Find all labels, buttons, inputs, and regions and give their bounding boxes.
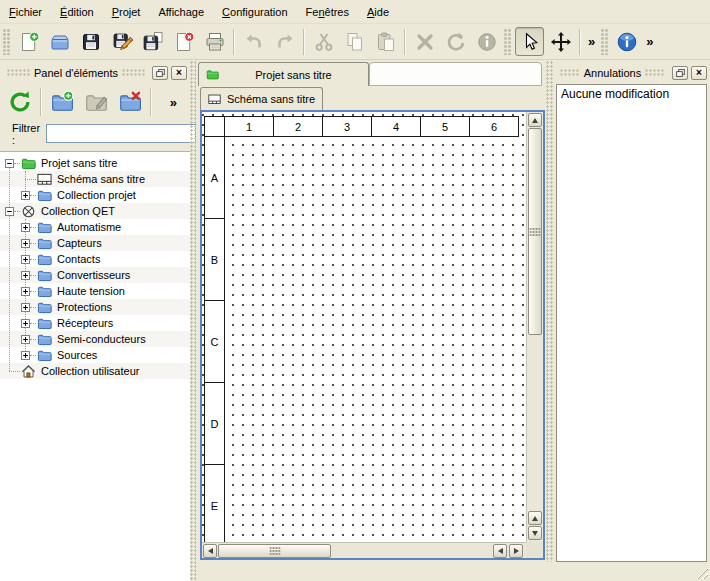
print-button[interactable] xyxy=(200,27,229,56)
expand-expander-icon[interactable] xyxy=(21,351,30,360)
move-tool-button[interactable] xyxy=(546,27,575,56)
tree-item-recepteurs[interactable]: Récepteurs xyxy=(0,315,190,331)
tree-item-label: Collection utilisateur xyxy=(41,365,139,377)
collapse-expander-icon[interactable] xyxy=(5,207,14,216)
elements-tree: Projet sans titreSchéma sans titreCollec… xyxy=(0,151,190,581)
scroll-up-button-bottom[interactable] xyxy=(528,511,542,525)
tab-schema[interactable]: Schéma sans titre xyxy=(200,87,323,110)
tree-item-contacts[interactable]: Contacts xyxy=(0,251,190,267)
expand-expander-icon[interactable] xyxy=(21,239,30,248)
dock-close-button[interactable]: × xyxy=(691,66,707,80)
open-document-icon xyxy=(49,31,71,53)
toolbar-overflow-button[interactable]: » xyxy=(642,34,657,49)
copy-button xyxy=(340,27,369,56)
toolbar-separator xyxy=(150,88,152,116)
reload-collections-button[interactable] xyxy=(4,86,36,118)
save-all-button[interactable] xyxy=(138,27,167,56)
about-info-button[interactable] xyxy=(612,27,641,56)
tab-project[interactable]: Projet sans titre xyxy=(198,62,369,86)
application-window: { "menubar": { "items": [ {"label": "Fic… xyxy=(0,0,710,581)
elements-panel-titlebar[interactable]: Panel d'éléments × xyxy=(3,63,187,82)
delete-category-button[interactable] xyxy=(114,86,146,118)
schema-horizontal-scrollbar[interactable] xyxy=(202,542,526,558)
toolbar-drag-handle[interactable] xyxy=(601,29,609,55)
toolbar-overflow-button[interactable]: » xyxy=(584,34,599,49)
right-dock-splitter[interactable] xyxy=(546,61,553,562)
folder-icon xyxy=(37,284,52,299)
undo-list-item[interactable]: Aucune modification xyxy=(557,85,706,103)
new-document-button[interactable] xyxy=(14,27,43,56)
menu-fenetres[interactable]: Fenêtres xyxy=(297,0,358,23)
tree-item-label: Capteurs xyxy=(57,237,102,249)
tree-item-sources[interactable]: Sources xyxy=(0,347,190,363)
project-area: Projet sans titre Schéma sans titre 1234… xyxy=(196,61,546,562)
toolbar-drag-handle[interactable] xyxy=(3,29,11,55)
expand-expander-icon[interactable] xyxy=(21,191,30,200)
menu-configuration[interactable]: Configuration xyxy=(213,0,296,23)
panel-overflow-button[interactable]: » xyxy=(166,95,181,110)
menu-aide[interactable]: Aide xyxy=(358,0,398,23)
schema-canvas[interactable]: 123456ABCDE xyxy=(202,112,526,542)
expand-expander-icon[interactable] xyxy=(21,255,30,264)
tree-item-collection-utilisateur[interactable]: Collection utilisateur xyxy=(0,363,190,379)
expand-expander-icon[interactable] xyxy=(21,271,30,280)
schema-row-header: E xyxy=(204,464,225,547)
tree-item-convertisseurs[interactable]: Convertisseurs xyxy=(0,267,190,283)
collapse-expander-icon[interactable] xyxy=(5,159,14,168)
new-category-button[interactable] xyxy=(46,86,78,118)
menu-projet[interactable]: Projet xyxy=(103,0,150,23)
tree-item-collection-projet[interactable]: Collection projet xyxy=(0,187,190,203)
tree-item-label: Automatisme xyxy=(57,221,121,233)
tree-item-capteurs[interactable]: Capteurs xyxy=(0,235,190,251)
tree-item-label: Haute tension xyxy=(57,285,125,297)
horizontal-scroll-thumb[interactable] xyxy=(218,544,331,558)
menu-fichier[interactable]: Fichier xyxy=(0,0,51,23)
schema-view: 123456ABCDE xyxy=(200,110,545,560)
tree-item-label: Sources xyxy=(57,349,97,361)
tree-branch-line xyxy=(30,339,36,340)
filter-input[interactable] xyxy=(46,124,196,143)
expand-expander-icon[interactable] xyxy=(21,319,30,328)
close-document-button[interactable] xyxy=(169,27,198,56)
scroll-down-button[interactable] xyxy=(528,526,542,540)
schema-row-header: C xyxy=(204,300,225,383)
save-icon xyxy=(80,31,102,53)
save-as-button[interactable] xyxy=(107,27,136,56)
dock-float-button[interactable] xyxy=(152,66,168,80)
schema-row-header: D xyxy=(204,382,225,465)
menu-edition[interactable]: Édition xyxy=(51,0,103,23)
expand-expander-icon[interactable] xyxy=(21,303,30,312)
dock-close-button[interactable]: × xyxy=(171,66,187,80)
save-all-icon xyxy=(142,31,164,53)
rotate-icon xyxy=(445,31,467,53)
schema-vertical-scrollbar[interactable] xyxy=(526,112,543,542)
folder-icon xyxy=(37,252,52,267)
open-document-button[interactable] xyxy=(45,27,74,56)
scroll-left-button-right[interactable] xyxy=(493,544,507,558)
tree-item-projet-sans-titre[interactable]: Projet sans titre xyxy=(0,155,190,171)
tree-item-semi-conducteurs[interactable]: Semi-conducteurs xyxy=(0,331,190,347)
toolbar-drag-handle[interactable] xyxy=(504,29,512,55)
tree-item-automatisme[interactable]: Automatisme xyxy=(0,219,190,235)
tree-item-protections[interactable]: Protections xyxy=(0,299,190,315)
folder-icon xyxy=(37,332,52,347)
schema-corner-cell xyxy=(204,116,225,137)
scroll-left-button[interactable] xyxy=(203,544,217,558)
undo-dock-titlebar[interactable]: Annulations × xyxy=(556,63,707,82)
expand-expander-icon[interactable] xyxy=(21,287,30,296)
scroll-up-button[interactable] xyxy=(528,113,542,127)
toolbar-separator xyxy=(233,29,235,55)
expand-expander-icon[interactable] xyxy=(21,335,30,344)
menu-affichage[interactable]: Affichage xyxy=(149,0,213,23)
tree-item-collection-qet[interactable]: Collection QET xyxy=(0,203,190,219)
dock-float-button[interactable] xyxy=(672,66,688,80)
vertical-scroll-thumb[interactable] xyxy=(528,128,542,335)
expand-expander-icon[interactable] xyxy=(21,223,30,232)
new-document-icon xyxy=(18,31,40,53)
undo-button xyxy=(239,27,268,56)
tab-project-label: Projet sans titre xyxy=(225,69,362,81)
select-tool-button[interactable] xyxy=(515,27,544,56)
save-button[interactable] xyxy=(76,27,105,56)
tree-item-haute-tension[interactable]: Haute tension xyxy=(0,283,190,299)
scroll-right-button[interactable] xyxy=(509,544,523,558)
